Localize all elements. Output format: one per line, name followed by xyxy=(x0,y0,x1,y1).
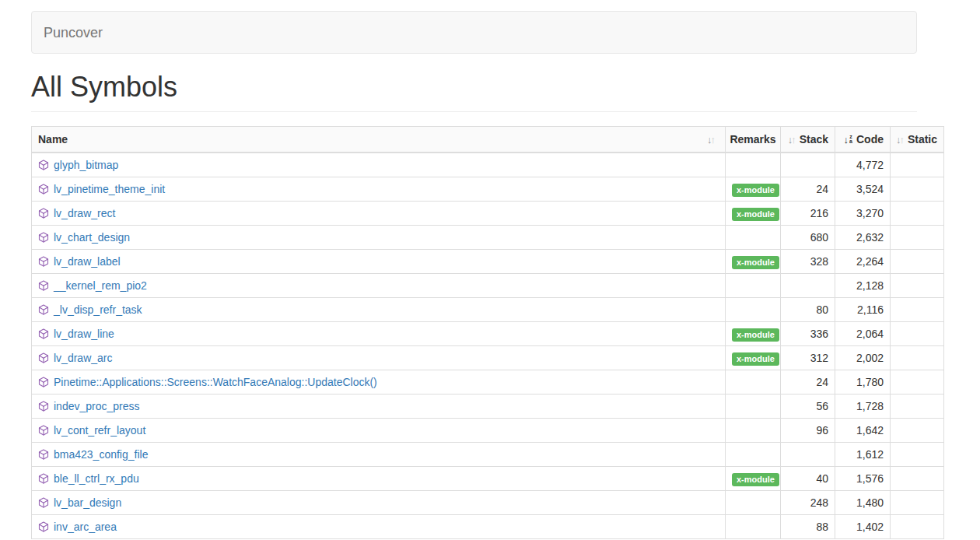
sort-both-arrows-icon: ↓↑ xyxy=(788,135,796,145)
x-module-badge: x-module xyxy=(732,352,779,366)
code-cell: 3,524 xyxy=(835,177,891,202)
sort-descending-za-icon: ↓za xyxy=(844,135,852,145)
column-label-static: Static xyxy=(908,131,937,147)
table-row: glyph_bitmap4,772 xyxy=(32,153,944,177)
stack-cell: 40 xyxy=(781,467,835,491)
remarks-cell: x-module xyxy=(726,322,781,346)
column-label-remarks: Remarks xyxy=(730,131,775,147)
sort-both-arrows-icon: ↓↑ xyxy=(707,135,716,145)
table-row: lv_draw_linex-module3362,064 xyxy=(32,322,944,346)
code-cell: 4,772 xyxy=(835,153,891,177)
static-cell xyxy=(891,491,944,515)
name-cell: inv_arc_area xyxy=(32,515,726,539)
code-cell: 2,264 xyxy=(835,250,891,274)
symbol-link[interactable]: indev_proc_press xyxy=(54,400,140,412)
static-cell xyxy=(891,419,944,443)
symbol-link[interactable]: _lv_disp_refr_task xyxy=(54,303,142,316)
symbol-link[interactable]: bma423_config_file xyxy=(54,448,148,461)
table-row: lv_bar_design2481,480 xyxy=(32,491,944,515)
table-row: _lv_disp_refr_task802,116 xyxy=(32,298,944,322)
table-header-row: Name↓↑Remarks↓↑Stack↓zaCode↓↑Static xyxy=(32,127,944,153)
column-header-static[interactable]: ↓↑Static xyxy=(891,127,944,153)
symbol-link[interactable]: lv_draw_rect xyxy=(54,207,115,219)
x-module-badge: x-module xyxy=(732,208,779,221)
stack-cell xyxy=(781,153,835,177)
name-cell: lv_draw_arc xyxy=(32,346,726,370)
name-cell: lv_draw_rect xyxy=(32,202,726,226)
package-cube-icon xyxy=(38,160,49,170)
stack-cell: 312 xyxy=(781,346,835,370)
symbols-table: Name↓↑Remarks↓↑Stack↓zaCode↓↑Static glyp… xyxy=(31,126,944,539)
package-cube-icon xyxy=(38,208,49,219)
remarks-cell xyxy=(726,515,781,539)
symbol-link[interactable]: lv_chart_design xyxy=(54,231,130,244)
static-cell xyxy=(891,226,944,250)
name-cell: Pinetime::Applications::Screens::WatchFa… xyxy=(32,370,726,394)
remarks-cell: x-module xyxy=(726,467,781,491)
stack-cell: 80 xyxy=(781,298,835,322)
code-cell: 1,642 xyxy=(835,419,891,443)
symbol-link[interactable]: inv_arc_area xyxy=(54,521,117,533)
name-cell: lv_bar_design xyxy=(32,491,726,515)
table-row: lv_pinetime_theme_initx-module243,524 xyxy=(32,177,944,202)
stack-cell: 24 xyxy=(781,177,835,202)
table-row: bma423_config_file1,612 xyxy=(32,443,944,467)
static-cell xyxy=(891,250,944,274)
remarks-cell xyxy=(726,298,781,322)
remarks-cell: x-module xyxy=(726,250,781,274)
column-label-code: Code xyxy=(856,131,884,147)
static-cell xyxy=(891,153,944,177)
name-cell: lv_cont_refr_layout xyxy=(32,419,726,443)
symbol-link[interactable]: lv_bar_design xyxy=(54,496,121,509)
stack-cell xyxy=(781,443,835,467)
table-row: lv_draw_labelx-module3282,264 xyxy=(32,250,944,274)
remarks-cell xyxy=(726,274,781,298)
package-cube-icon xyxy=(38,328,49,339)
static-cell xyxy=(891,274,944,298)
package-cube-icon xyxy=(38,521,49,532)
table-row: lv_draw_rectx-module2163,270 xyxy=(32,202,944,226)
stack-cell: 216 xyxy=(781,202,835,226)
column-header-remarks[interactable]: Remarks xyxy=(726,127,781,153)
x-module-badge: x-module xyxy=(732,184,779,197)
stack-cell: 24 xyxy=(781,370,835,394)
static-cell xyxy=(891,394,944,419)
symbol-link[interactable]: lv_draw_arc xyxy=(54,352,112,364)
remarks-cell xyxy=(726,443,781,467)
static-cell xyxy=(891,322,944,346)
static-cell xyxy=(891,202,944,226)
main-container: Puncover All Symbols xyxy=(31,11,917,112)
remarks-cell xyxy=(726,153,781,177)
column-header-code[interactable]: ↓zaCode xyxy=(835,127,891,153)
x-module-badge: x-module xyxy=(732,328,779,342)
symbol-link[interactable]: __kernel_rem_pio2 xyxy=(54,279,147,292)
code-cell: 2,632 xyxy=(835,226,891,250)
name-cell: indev_proc_press xyxy=(32,394,726,419)
package-cube-icon xyxy=(38,497,49,508)
code-cell: 1,576 xyxy=(835,467,891,491)
column-header-stack[interactable]: ↓↑Stack xyxy=(781,127,835,153)
table-row: __kernel_rem_pio22,128 xyxy=(32,274,944,298)
remarks-cell: x-module xyxy=(726,177,781,202)
name-cell: ble_ll_ctrl_rx_pdu xyxy=(32,467,726,491)
symbol-link[interactable]: lv_pinetime_theme_init xyxy=(54,183,165,195)
symbol-link[interactable]: ble_ll_ctrl_rx_pdu xyxy=(54,472,139,485)
stack-cell: 248 xyxy=(781,491,835,515)
package-cube-icon xyxy=(38,280,49,291)
code-cell: 1,402 xyxy=(835,515,891,539)
remarks-cell xyxy=(726,419,781,443)
navbar-brand-link[interactable]: Puncover xyxy=(44,25,103,40)
static-cell xyxy=(891,443,944,467)
column-header-name[interactable]: Name↓↑ xyxy=(32,127,726,153)
stack-cell xyxy=(781,274,835,298)
remarks-cell: x-module xyxy=(726,346,781,370)
package-cube-icon xyxy=(38,304,49,315)
symbol-link[interactable]: glyph_bitmap xyxy=(54,159,118,171)
stack-cell: 56 xyxy=(781,394,835,419)
symbol-link[interactable]: lv_draw_line xyxy=(54,328,114,340)
symbol-link[interactable]: lv_cont_refr_layout xyxy=(54,424,145,437)
code-cell: 2,064 xyxy=(835,322,891,346)
symbol-link[interactable]: lv_draw_label xyxy=(54,255,121,268)
symbol-link[interactable]: Pinetime::Applications::Screens::WatchFa… xyxy=(54,376,377,388)
remarks-cell xyxy=(726,370,781,394)
